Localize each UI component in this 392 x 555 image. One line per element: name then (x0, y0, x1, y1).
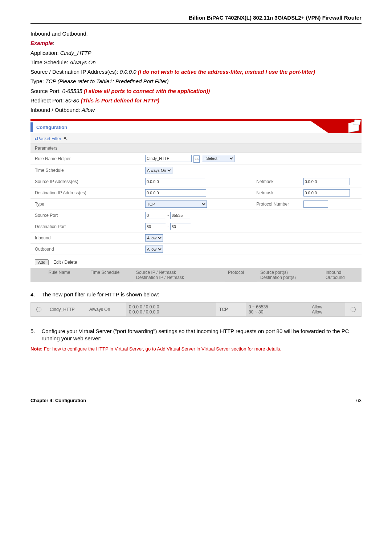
result-rule-row: Cindy_HTTP Always On 0.0.0.0 / 0.0.0.00.… (30, 302, 362, 317)
dest-netmask-input[interactable] (303, 189, 350, 197)
packet-filter-heading: ▸Packet Filter↖ (30, 133, 362, 144)
dest-ip-input[interactable] (145, 189, 206, 197)
time-schedule-label: Time Schedule (30, 165, 141, 176)
rule-ports-cell: 0 ~ 6553580 ~ 80 (246, 303, 309, 316)
rule-io-cell: AllowAllow (309, 303, 345, 316)
parameters-heading: Parameters (30, 144, 362, 153)
edit-delete-label: Edit / Delete (53, 260, 77, 265)
helper-arrows[interactable]: «« (193, 155, 200, 163)
rule-protocol-cell: TCP (216, 303, 246, 316)
intro-text: Inbound and Outbound. (30, 30, 362, 37)
rule-name-input[interactable] (145, 155, 192, 162)
chapter-label: Chapter 4: Configuration (30, 398, 86, 403)
rule-ts-cell: Always On (86, 303, 126, 316)
inbound-label: Inbound (30, 232, 141, 244)
page-title: Billion BiPAC 7402NX(L) 802.11n 3G/ADSL2… (30, 15, 362, 24)
source-ip-input[interactable] (145, 178, 206, 185)
add-button[interactable]: Add (35, 259, 49, 265)
corner-graphic (314, 121, 362, 133)
rule-name-cell: Cindy_HTTP (47, 303, 86, 316)
source-port-line: Source Port: 0-65535 (I allow all ports … (30, 88, 362, 95)
type-select[interactable]: TCP (145, 200, 207, 208)
source-port-from-input[interactable] (145, 212, 166, 219)
cursor-icon: ↖ (63, 135, 68, 142)
config-tab: Configuration (30, 122, 71, 132)
protocol-number-label: Protocol Number (252, 199, 299, 210)
source-port-label: Source Port (30, 210, 141, 221)
parameters-form: Rule Name Helper «« --Select-- Time Sche… (30, 153, 362, 255)
time-schedule-select[interactable]: Always On (145, 167, 172, 174)
step-4: 4.The new port filter rule for HTTP is s… (30, 291, 362, 298)
type-label: Type (30, 199, 141, 210)
outbound-label: Outbound (30, 244, 141, 255)
rule-ip-cell: 0.0.0.0 / 0.0.0.00.0.0.0 / 0.0.0.0 (126, 303, 216, 316)
page-number: 63 (356, 398, 362, 403)
type-line: Type: TCP (Please refer to Table1: Prede… (30, 78, 362, 85)
rules-table-header: Rule Name Time Schedule Source IP / Netm… (30, 268, 362, 282)
source-dest-line: Source / Destination IP Address(es): 0.0… (30, 68, 362, 76)
step-5: 5.Configure your Virtual Server ("port f… (30, 328, 362, 343)
example-label: Example (30, 40, 53, 46)
time-schedule-line: Time Schedule: Always On (30, 59, 362, 66)
dest-port-to-input[interactable] (170, 223, 191, 230)
source-netmask-input[interactable] (303, 178, 350, 185)
inbound-select[interactable]: Allow (145, 234, 163, 242)
rule-radio[interactable] (36, 307, 41, 312)
source-port-to-input[interactable] (170, 212, 191, 219)
dest-ip-label: Destination IP Address(es) (30, 187, 141, 199)
note-text: Note: For how to configure the HTTP in V… (30, 346, 362, 352)
dest-port-from-input[interactable] (145, 223, 166, 230)
netmask-label: Netmask (252, 187, 299, 199)
helper-select[interactable]: --Select-- (202, 155, 234, 162)
rule-name-label: Rule Name Helper (30, 153, 141, 165)
netmask-label: Netmask (252, 176, 299, 187)
rule-delete-radio[interactable] (351, 307, 356, 312)
dest-port-label: Destination Port (30, 221, 141, 232)
inbound-outbound-line: Inbound / Outbound: Allow (30, 106, 362, 114)
application-line: Application: Cindy_HTTP (30, 49, 362, 57)
configuration-panel: Configuration ▸Packet Filter↖ Parameters… (30, 119, 362, 282)
protocol-number-input[interactable] (303, 200, 328, 208)
source-ip-label: Source IP Address(es) (30, 176, 141, 187)
outbound-select[interactable]: Allow (145, 246, 163, 253)
redirect-port-line: Redirect Port: 80-80 (This is Port defin… (30, 97, 362, 104)
